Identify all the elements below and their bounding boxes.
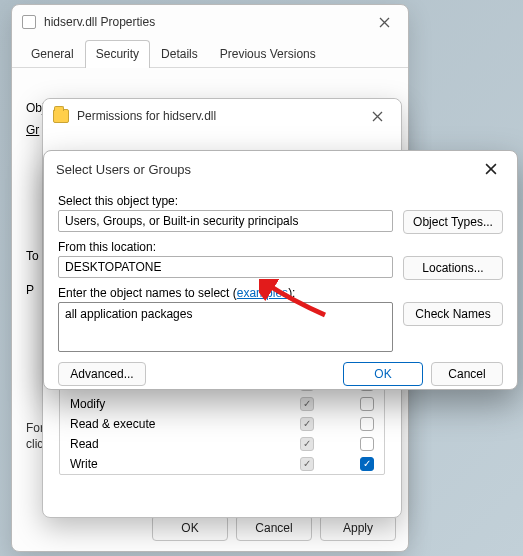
tab-details[interactable]: Details: [150, 40, 209, 68]
perm-row-label: Write: [70, 457, 300, 471]
perm-row-label: Read: [70, 437, 300, 451]
cancel-button[interactable]: Cancel: [236, 515, 312, 541]
select-users-dialog: Select Users or Groups Select this objec…: [43, 150, 518, 390]
object-type-value: Users, Groups, or Built-in security prin…: [65, 214, 298, 228]
perm-row-label: Read & execute: [70, 417, 300, 431]
ok-button[interactable]: OK: [152, 515, 228, 541]
enter-names-post: ):: [288, 286, 295, 300]
close-icon[interactable]: [370, 12, 398, 32]
file-icon: [22, 15, 36, 29]
allow-checkbox[interactable]: ✓: [300, 457, 314, 471]
close-icon[interactable]: [477, 159, 505, 179]
location-field: DESKTOPATONE: [58, 256, 393, 278]
properties-tabs: General Security Details Previous Versio…: [12, 39, 408, 68]
check-names-button[interactable]: Check Names: [403, 302, 503, 326]
deny-checkbox[interactable]: ✓: [360, 457, 374, 471]
permissions-title: Permissions for hidserv.dll: [77, 109, 363, 123]
allow-checkbox[interactable]: ✓: [300, 417, 314, 431]
permissions-titlebar[interactable]: Permissions for hidserv.dll: [43, 99, 401, 133]
select-titlebar[interactable]: Select Users or Groups: [44, 151, 517, 187]
tab-security[interactable]: Security: [85, 40, 150, 68]
apply-button[interactable]: Apply: [320, 515, 396, 541]
properties-action-row: OK Cancel Apply: [152, 515, 396, 541]
perm-row: Write ✓ ✓: [60, 454, 384, 474]
object-type-label: Select this object type:: [58, 194, 503, 208]
close-icon[interactable]: [363, 106, 391, 126]
enter-names-pre: Enter the object names to select (: [58, 286, 237, 300]
location-value: DESKTOPATONE: [65, 260, 161, 274]
select-title: Select Users or Groups: [56, 162, 477, 177]
deny-checkbox[interactable]: [360, 417, 374, 431]
object-names-input[interactable]: all application packages: [58, 302, 393, 352]
properties-titlebar[interactable]: hidserv.dll Properties: [12, 5, 408, 39]
deny-checkbox[interactable]: [360, 397, 374, 411]
perm-row: Read ✓: [60, 434, 384, 454]
object-type-field: Users, Groups, or Built-in security prin…: [58, 210, 393, 232]
examples-link[interactable]: examples: [237, 286, 288, 300]
perm-row-label: Modify: [70, 397, 300, 411]
advanced-button[interactable]: Advanced...: [58, 362, 146, 386]
to-label-fragment: To: [26, 249, 39, 263]
object-types-button[interactable]: Object Types...: [403, 210, 503, 234]
folder-icon: [53, 109, 69, 123]
groups-label-fragment: Gr: [26, 123, 39, 137]
allow-checkbox[interactable]: ✓: [300, 397, 314, 411]
enter-names-label: Enter the object names to select (exampl…: [58, 286, 503, 300]
locations-button[interactable]: Locations...: [403, 256, 503, 280]
properties-title: hidserv.dll Properties: [44, 15, 370, 29]
tab-previous-versions[interactable]: Previous Versions: [209, 40, 327, 68]
deny-checkbox[interactable]: [360, 437, 374, 451]
ok-button[interactable]: OK: [343, 362, 423, 386]
perm-row: Read & execute ✓: [60, 414, 384, 434]
allow-checkbox[interactable]: ✓: [300, 437, 314, 451]
tab-general[interactable]: General: [20, 40, 85, 68]
location-label: From this location:: [58, 240, 503, 254]
permissions-label-fragment: P: [26, 283, 34, 297]
cancel-button[interactable]: Cancel: [431, 362, 503, 386]
